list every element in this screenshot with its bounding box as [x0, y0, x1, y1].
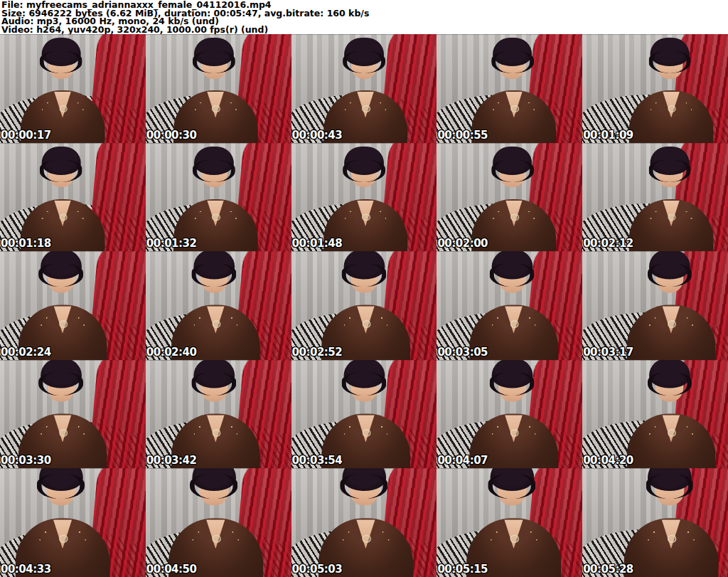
video-frame-thumbnail: 00:02:24 [0, 251, 146, 360]
hair-shape [649, 251, 690, 280]
timestamp-label: 00:04:20 [583, 454, 633, 467]
video-frame-thumbnail: 00:01:18 [0, 143, 146, 252]
subject-silhouette [437, 468, 582, 577]
video-frame-thumbnail: 00:01:48 [291, 143, 437, 252]
timestamp-label: 00:00:30 [146, 129, 197, 142]
timestamp-label: 00:01:32 [146, 237, 197, 250]
subject-silhouette [146, 360, 291, 469]
video-frame-thumbnail: 00:00:30 [146, 34, 291, 143]
hair-shape [192, 468, 236, 491]
subject-silhouette [599, 143, 728, 252]
video-frame-thumbnail: 00:02:00 [437, 143, 582, 252]
subject-silhouette [291, 360, 437, 469]
timestamp-label: 00:03:30 [1, 454, 51, 467]
hair-shape [650, 147, 689, 175]
torso-shape [627, 413, 716, 468]
video-frame-thumbnail: 00:01:32 [146, 143, 291, 252]
subject-silhouette [595, 360, 728, 469]
subject-silhouette [0, 143, 135, 252]
timestamp-label: 00:00:17 [1, 129, 51, 142]
subject-silhouette [293, 143, 437, 252]
subject-silhouette [441, 143, 583, 252]
video-frame-thumbnail: 00:04:50 [146, 468, 291, 577]
hair-shape [492, 360, 533, 388]
timestamp-label: 00:04:07 [437, 454, 488, 467]
torso-shape [629, 90, 714, 142]
timestamp-label: 00:03:05 [437, 346, 488, 359]
video-frame-thumbnail: 00:02:12 [582, 143, 728, 252]
torso-shape [627, 305, 716, 360]
timestamp-label: 00:05:03 [292, 563, 343, 576]
timestamp-label: 00:03:17 [583, 346, 633, 359]
video-frame-thumbnail: 00:04:33 [0, 468, 146, 577]
timestamp-label: 00:00:43 [292, 129, 343, 142]
timestamp-label: 00:02:24 [1, 346, 51, 359]
timestamp-label: 00:02:40 [146, 346, 197, 359]
timestamp-label: 00:05:15 [437, 563, 488, 576]
hair-shape [344, 147, 383, 175]
hair-shape [342, 468, 386, 491]
hair-shape [41, 360, 82, 388]
metadata-header: File: myfreecams_adriannaxxx_female_0411… [0, 0, 728, 34]
subject-silhouette [291, 251, 437, 360]
timestamp-label: 00:01:09 [583, 129, 633, 142]
subject-silhouette [0, 251, 139, 360]
hair-shape [193, 360, 235, 388]
subject-silhouette [589, 468, 728, 577]
video-frame-thumbnail: 00:03:42 [146, 360, 291, 469]
timestamp-label: 00:04:33 [1, 563, 51, 576]
subject-silhouette [437, 251, 582, 360]
subject-silhouette [437, 360, 582, 469]
subject-silhouette [293, 34, 437, 143]
video-label: Video: [1, 24, 33, 34]
hair-shape [491, 468, 535, 491]
subject-silhouette [146, 143, 289, 252]
subject-silhouette [146, 251, 291, 360]
timestamp-label: 00:03:42 [146, 454, 197, 467]
timestamp-label: 00:00:55 [437, 129, 488, 142]
subject-silhouette [441, 34, 583, 143]
video-frame-thumbnail: 00:03:17 [582, 251, 728, 360]
video-contact-sheet: File: myfreecams_adriannaxxx_female_0411… [0, 0, 728, 577]
hair-shape [649, 360, 690, 388]
hair-shape [343, 360, 385, 388]
video-frame-thumbnail: 00:00:17 [0, 34, 146, 143]
video-frame-thumbnail: 00:00:43 [291, 34, 437, 143]
video-frame-thumbnail: 00:05:15 [437, 468, 582, 577]
video-frame-thumbnail: 00:03:54 [291, 360, 437, 469]
hair-shape [41, 147, 80, 175]
hair-shape [344, 38, 383, 66]
video-frame-thumbnail: 00:04:07 [437, 360, 582, 469]
subject-silhouette [599, 34, 728, 143]
hair-shape [194, 147, 233, 175]
timestamp-label: 00:01:48 [292, 237, 343, 250]
subject-silhouette [291, 468, 437, 577]
hair-shape [493, 38, 532, 66]
hair-shape [343, 251, 385, 280]
timestamp-label: 00:05:28 [583, 563, 633, 576]
video-frame-thumbnail: 00:03:30 [0, 360, 146, 469]
torso-shape [629, 199, 714, 251]
video-frame-thumbnail: 00:00:55 [437, 34, 582, 143]
thumbnail-grid: 00:00:17 00:00:30 00:00:43 00:00:55 [0, 34, 728, 577]
video-frame-thumbnail: 00:04:20 [582, 360, 728, 469]
hair-shape [41, 251, 82, 280]
torso-shape [624, 519, 719, 577]
video-frame-thumbnail: 00:01:09 [582, 34, 728, 143]
video-frame-thumbnail: 00:02:40 [146, 251, 291, 360]
video-frame-thumbnail: 00:02:52 [291, 251, 437, 360]
subject-silhouette [595, 251, 728, 360]
timestamp-label: 00:01:18 [1, 237, 51, 250]
video-frame-thumbnail: 00:05:28 [582, 468, 728, 577]
timestamp-label: 00:02:52 [292, 346, 343, 359]
video-value: h264, yuv420p, 320x240, 1000.00 fps(r) (… [36, 24, 268, 34]
hair-shape [41, 38, 80, 66]
hair-shape [193, 251, 235, 280]
subject-silhouette [146, 34, 289, 143]
timestamp-label: 00:03:54 [292, 454, 343, 467]
video-frame-thumbnail: 00:05:03 [291, 468, 437, 577]
subject-silhouette [0, 360, 139, 469]
video-line: Video: h264, yuv420p, 320x240, 1000.00 f… [1, 26, 728, 34]
video-frame-thumbnail: 00:03:05 [437, 251, 582, 360]
hair-shape [648, 468, 692, 491]
